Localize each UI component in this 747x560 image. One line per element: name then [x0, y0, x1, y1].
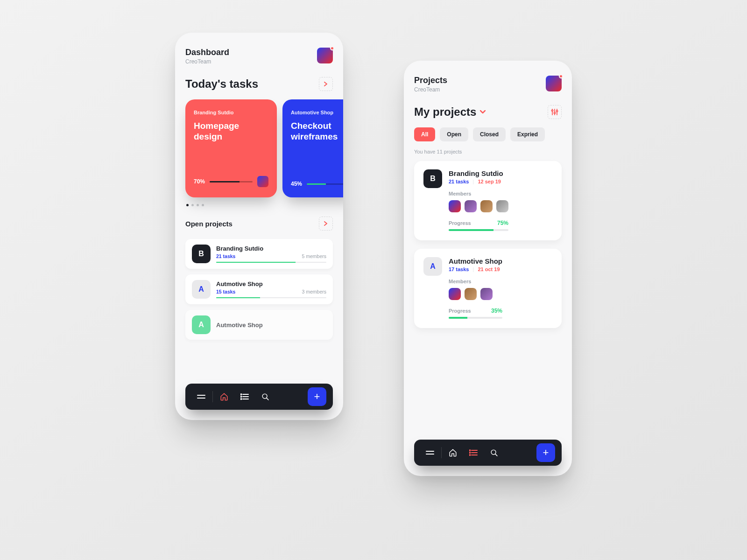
nav-separator — [212, 391, 213, 402]
search-icon — [490, 449, 498, 457]
notification-dot — [559, 74, 563, 78]
carousel-dots[interactable] — [186, 204, 332, 206]
progress-percent: 75% — [497, 220, 508, 226]
project-tasks: 21 tasks — [449, 179, 469, 184]
task-percent: 45% — [291, 181, 302, 187]
chevron-right-icon — [324, 221, 328, 226]
member-avatar[interactable] — [465, 288, 477, 300]
tab-all[interactable]: All — [414, 127, 435, 141]
progress-bar — [449, 317, 502, 319]
notification-dot — [330, 46, 334, 50]
home-button[interactable] — [444, 446, 462, 460]
progress-percent: 35% — [491, 308, 502, 314]
user-avatar[interactable] — [546, 76, 562, 91]
project-name: Autmotive Shop — [216, 280, 326, 287]
task-project: Automotive Shop — [291, 110, 343, 115]
svg-point-5 — [241, 399, 242, 399]
progress-label: Progress — [449, 220, 471, 226]
svg-point-11 — [551, 110, 553, 111]
home-icon — [449, 448, 457, 457]
home-button[interactable] — [215, 390, 233, 404]
section-open-title: Open projects — [185, 220, 233, 228]
members-label: Members — [449, 191, 508, 196]
search-button[interactable] — [256, 390, 275, 404]
section-tasks-title: Today's tasks — [185, 77, 258, 91]
project-count-hint: You have 11 projects — [414, 149, 562, 154]
plus-icon: + — [543, 447, 549, 459]
add-button[interactable]: + — [536, 443, 555, 462]
open-project-item[interactable]: A Autmotive Shop — [185, 310, 333, 340]
bottom-nav: + — [414, 440, 562, 466]
task-name: Homepage design — [194, 121, 259, 142]
project-tasks: 21 tasks — [216, 253, 235, 259]
members-avatars — [449, 200, 508, 212]
search-icon — [261, 393, 269, 401]
open-projects-next-button[interactable] — [319, 217, 333, 231]
list-button[interactable] — [464, 446, 483, 460]
svg-point-19 — [470, 455, 471, 455]
sliders-icon — [551, 108, 558, 116]
project-letter-badge: A — [192, 280, 211, 299]
chevron-down-icon — [480, 110, 486, 114]
chevron-right-icon — [324, 82, 328, 86]
project-letter-badge: B — [192, 245, 211, 263]
svg-point-4 — [241, 396, 242, 397]
phone-projects: Projects CreoTeam My projects All Open C… — [404, 61, 572, 476]
tab-open[interactable]: Open — [440, 127, 468, 141]
menu-button[interactable] — [421, 446, 439, 460]
project-name: Autmotive Shop — [449, 257, 502, 265]
svg-line-7 — [266, 398, 268, 399]
open-project-item[interactable]: A Autmotive Shop 15 tasks 3 members — [185, 274, 333, 304]
project-date: 21 oct 19 — [478, 266, 500, 272]
svg-point-18 — [470, 452, 471, 453]
svg-point-3 — [241, 394, 242, 395]
project-name: Branding Sutdio — [449, 169, 508, 177]
member-avatar[interactable] — [449, 288, 461, 300]
tasks-carousel[interactable]: Branding Sutdio Homepage design 70% Auto… — [185, 99, 333, 197]
svg-point-13 — [556, 110, 557, 112]
members-label: Members — [449, 279, 502, 284]
hamburger-icon — [197, 395, 205, 399]
task-card-0[interactable]: Branding Sutdio Homepage design 70% — [185, 99, 277, 197]
member-avatar[interactable] — [480, 288, 493, 300]
tasks-next-button[interactable] — [319, 77, 333, 91]
list-button[interactable] — [235, 390, 254, 404]
tab-expired[interactable]: Expried — [510, 127, 545, 141]
project-members: 5 members — [302, 253, 326, 259]
page-title: Dashboard — [185, 48, 229, 57]
project-progress-bar — [216, 297, 326, 298]
member-avatar[interactable] — [449, 200, 461, 212]
svg-line-21 — [495, 454, 497, 455]
team-name: CreoTeam — [414, 86, 447, 93]
project-name: Autmotive Shop — [216, 322, 326, 329]
nav-separator — [441, 447, 442, 458]
members-avatars — [449, 288, 502, 300]
tab-closed[interactable]: Closed — [473, 127, 506, 141]
project-date: 12 sep 19 — [478, 179, 501, 184]
member-avatar[interactable] — [465, 200, 477, 212]
filter-tabs: All Open Closed Expried — [414, 127, 562, 141]
section-dropdown[interactable]: My projects — [414, 105, 486, 119]
svg-point-17 — [470, 450, 471, 451]
plus-icon: + — [314, 391, 320, 403]
project-letter-badge: B — [423, 169, 442, 188]
member-avatar[interactable] — [496, 200, 508, 212]
task-card-1[interactable]: Automotive Shop Checkout wireframes 45% — [282, 99, 343, 197]
task-project: Branding Sutdio — [194, 110, 268, 115]
member-avatar[interactable] — [480, 200, 493, 212]
add-button[interactable]: + — [308, 387, 326, 406]
menu-button[interactable] — [192, 390, 211, 404]
project-members: 3 members — [302, 289, 326, 294]
project-letter-badge: A — [423, 257, 442, 276]
filter-button[interactable] — [548, 105, 562, 119]
user-avatar[interactable] — [317, 48, 333, 63]
open-projects-list: B Branding Sutdio 21 tasks 5 members A A… — [185, 239, 333, 340]
bottom-nav: + — [185, 384, 333, 410]
search-button[interactable] — [485, 446, 503, 460]
task-progress-bar — [307, 183, 343, 185]
project-card[interactable]: A Autmotive Shop 17 tasks | 21 oct 19 Me… — [414, 249, 562, 328]
section-title: My projects — [414, 105, 476, 119]
project-card[interactable]: B Branding Sutdio 21 tasks | 12 sep 19 M… — [414, 161, 562, 240]
open-project-item[interactable]: B Branding Sutdio 21 tasks 5 members — [185, 239, 333, 269]
progress-bar — [449, 229, 508, 231]
